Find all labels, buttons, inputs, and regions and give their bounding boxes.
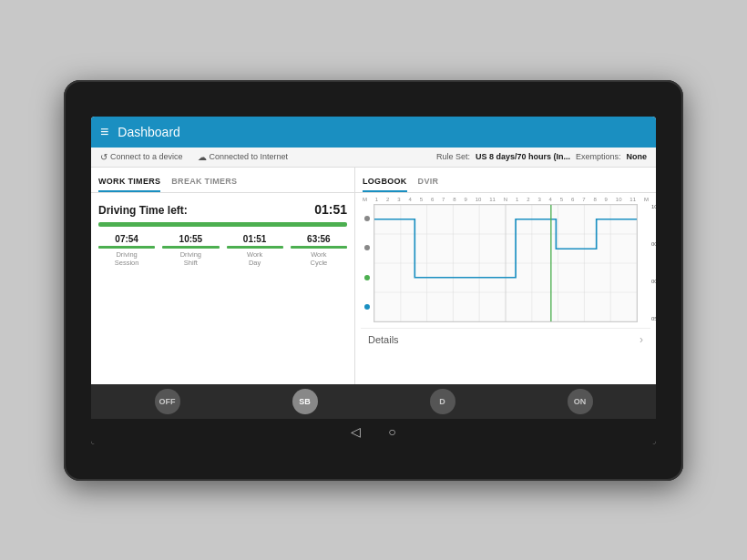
timer-name-2: WorkDay — [247, 250, 262, 267]
timer-driving-shift: 10:55 DrivingShift — [162, 234, 219, 267]
internet-label: Connected to Internet — [210, 152, 289, 161]
internet-item: ☁ Connected to Internet — [198, 152, 289, 162]
back-nav-icon[interactable]: ◁ — [351, 424, 361, 439]
timer-bar-0 — [98, 246, 155, 249]
header-bar: ≡ Dashboard — [91, 117, 656, 148]
bottom-status-row: OFF SB D ON — [91, 384, 656, 419]
rule-set-value: US 8 days/70 hours (In... — [476, 152, 570, 161]
timer-val-2: 01:51 — [243, 234, 267, 244]
details-label: Details — [368, 334, 399, 345]
right-panel: LOGBOOK DVIR M 1 2 3 4 5 6 7 8 — [355, 168, 656, 384]
timer-work-cycle: 63:56 WorkCycle — [291, 234, 347, 267]
right-tabs-row: LOGBOOK DVIR — [355, 168, 656, 193]
hamburger-icon[interactable]: ≡ — [100, 124, 108, 140]
status-circle-off[interactable]: OFF — [155, 389, 180, 414]
chart-svg — [374, 204, 638, 322]
status-bar: ↺ Connect to a device ☁ Connected to Int… — [91, 148, 656, 168]
details-row[interactable]: Details › — [361, 328, 650, 351]
header-title: Dashboard — [118, 125, 180, 139]
connect-icon: ↺ — [100, 152, 107, 162]
connect-device-item: ↺ Connect to a device — [100, 152, 183, 162]
chart-area: M 1 2 3 4 5 6 7 8 9 10 11 N 1 2 — [355, 193, 656, 384]
tab-break-timers[interactable]: BREAK TIMERS — [171, 177, 237, 192]
timer-bar-3 — [291, 246, 347, 249]
chevron-right-icon: › — [640, 333, 643, 346]
chart-time-labels: M 1 2 3 4 5 6 7 8 9 10 11 N 1 2 — [361, 197, 650, 202]
dot-sb — [364, 245, 370, 250]
chart-wrapper: 10:14 00:01 00:05 05:39 — [374, 204, 638, 322]
left-tabs-row: WORK TIMERS BREAK TIMERS — [91, 168, 354, 193]
timer-work-day: 01:51 WorkDay — [227, 234, 283, 267]
timer-items-row: 07:54 DrivingSession 10:55 DrivingShift … — [98, 234, 347, 267]
timer-val-1: 10:55 — [179, 234, 203, 244]
timer-name-0: DrivingSession — [115, 250, 139, 267]
timer-bar-2 — [227, 246, 283, 249]
exemptions-value: None — [627, 152, 648, 161]
driving-time-value: 01:51 — [314, 202, 347, 217]
exemptions-label: Exemptions: — [576, 152, 621, 161]
driving-time-bar — [98, 222, 347, 227]
tab-logbook[interactable]: LOGBOOK — [363, 177, 407, 192]
chart-left-dots — [364, 204, 370, 322]
timer-name-1: DrivingShift — [180, 250, 201, 267]
timer-val-0: 07:54 — [115, 234, 138, 244]
status-circle-d[interactable]: D — [430, 389, 455, 414]
dot-on — [364, 304, 370, 310]
dot-d — [364, 275, 370, 280]
main-content: WORK TIMERS BREAK TIMERS Driving Time le… — [91, 168, 656, 384]
left-panel: WORK TIMERS BREAK TIMERS Driving Time le… — [91, 168, 355, 384]
driving-time-label: Driving Time left: — [98, 204, 188, 217]
chart-right-labels: 10:14 00:01 00:05 05:39 — [651, 204, 656, 322]
connect-label: Connect to a device — [110, 152, 183, 161]
home-nav-icon[interactable]: ○ — [388, 424, 395, 439]
status-circle-sb[interactable]: SB — [292, 389, 318, 414]
status-circle-on[interactable]: ON — [568, 389, 593, 414]
dot-off — [364, 216, 370, 221]
tab-dvir[interactable]: DVIR — [418, 177, 439, 192]
cloud-icon: ☁ — [198, 152, 207, 162]
timer-val-3: 63:56 — [307, 234, 331, 244]
timer-bar-1 — [162, 246, 219, 249]
tab-work-timers[interactable]: WORK TIMERS — [98, 177, 160, 192]
nav-bar: ◁ ○ — [91, 419, 656, 444]
timers-content: Driving Time left: 01:51 07:54 DrivingSe… — [91, 193, 354, 384]
tablet-screen: ≡ Dashboard ↺ Connect to a device ☁ Conn… — [91, 117, 656, 444]
timer-driving-session: 07:54 DrivingSession — [98, 234, 155, 267]
rule-set-label: Rule Set: — [436, 152, 470, 161]
tablet-device: ≡ Dashboard ↺ Connect to a device ☁ Conn… — [64, 80, 683, 481]
driving-time-row: Driving Time left: 01:51 — [98, 202, 347, 217]
timer-name-3: WorkCycle — [310, 250, 327, 267]
rule-set-group: Rule Set: US 8 days/70 hours (In... Exem… — [436, 152, 647, 161]
